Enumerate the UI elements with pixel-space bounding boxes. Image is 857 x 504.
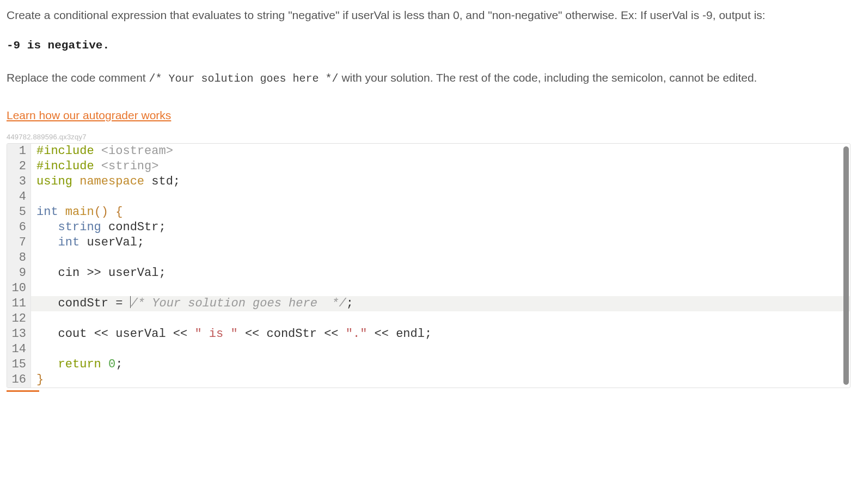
code-token: << [94,327,116,341]
line-number: 4 [7,189,31,205]
code-token: <string> [101,159,159,173]
line-number: 12 [7,311,31,327]
code-token: std [151,175,173,188]
line-number: 5 [7,205,31,220]
code-line[interactable]: 8 [7,250,850,266]
code-cell[interactable]: } [31,372,850,388]
code-cell[interactable] [31,311,850,327]
code-token: ; [137,236,144,249]
code-token [36,358,58,371]
code-token: condStr [58,297,116,310]
code-token: << [173,327,195,341]
session-id: 449782.889596.qx3zqy7 [7,132,850,143]
code-token: ; [158,220,166,234]
code-line[interactable]: 6 string condStr; [7,220,850,235]
code-token: "." [346,327,368,341]
code-token: string [58,220,108,234]
code-token: ; [425,327,432,341]
code-token: int [36,205,65,219]
code-cell[interactable]: using namespace std; [31,174,850,189]
code-token: /* Your solution goes here */ [131,297,346,310]
code-line[interactable]: 7 int userVal; [7,235,850,250]
code-line[interactable]: 14 [7,342,850,357]
code-token: cin [58,266,87,280]
line-number: 1 [7,144,31,159]
line-number: 14 [7,342,31,357]
line-number: 9 [7,266,31,281]
line-number: 7 [7,235,31,250]
code-line[interactable]: 16} [7,372,850,388]
line-number: 6 [7,220,31,235]
bottom-accent-bar [7,390,39,392]
code-editor[interactable]: 1#include <iostream>2#include <string>3u… [7,143,850,388]
code-token: userVal [108,266,158,280]
code-token: 0 [108,358,115,371]
code-cell[interactable] [31,342,850,357]
scrollbar-thumb[interactable] [843,146,849,385]
code-token: } [36,373,44,386]
code-cell[interactable] [31,250,850,266]
code-token: main [65,205,94,219]
code-line[interactable]: 15 return 0; [7,357,850,372]
code-line[interactable]: 12 [7,311,850,327]
code-token: ; [158,266,166,280]
code-line[interactable]: 10 [7,281,850,296]
code-token: namespace [79,175,151,188]
code-cell[interactable]: cin >> userVal; [31,266,850,281]
code-token: int [58,236,87,249]
autograder-link-wrap: Learn how our autograder works [7,107,850,124]
code-token [36,236,58,249]
code-cell[interactable]: condStr = /* Your solution goes here */; [31,296,850,311]
code-cell[interactable]: int userVal; [31,235,850,250]
code-token [36,327,58,341]
code-cell[interactable]: return 0; [31,357,850,372]
code-line[interactable]: 13 cout << userVal << " is " << condStr … [7,327,850,342]
code-token [36,297,58,310]
code-token: condStr [108,220,158,234]
code-token: << [245,327,267,341]
code-token: " is " [194,327,237,341]
code-token: return [58,358,108,371]
code-cell[interactable] [31,189,850,205]
prompt-paragraph-2: Replace the code comment /* Your solutio… [7,69,850,87]
code-token [108,205,115,219]
code-token: << [324,327,346,341]
code-token: #include [36,144,101,158]
code-token [238,327,245,341]
code-cell[interactable]: int main() { [31,205,850,220]
code-cell[interactable]: cout << userVal << " is " << condStr << … [31,327,850,342]
code-token: { [115,205,123,219]
code-cell[interactable]: string condStr; [31,220,850,235]
code-token [367,327,374,341]
code-token [36,220,58,234]
prompt-p2-a: Replace the code comment [7,71,149,84]
code-token: endl [396,327,425,341]
line-number: 3 [7,174,31,189]
code-token: ; [115,358,123,371]
code-line[interactable]: 9 cin >> userVal; [7,266,850,281]
code-token: ; [173,175,180,188]
prompt-block: Create a conditional expression that eva… [7,7,850,87]
code-token: << [375,327,396,341]
prompt-inline-code: /* Your solution goes here */ [149,72,338,85]
autograder-link[interactable]: Learn how our autograder works [7,109,171,121]
code-cell[interactable] [31,281,850,296]
code-line[interactable]: 3using namespace std; [7,174,850,189]
code-line[interactable]: 4 [7,189,850,205]
code-line[interactable]: 1#include <iostream> [7,144,850,159]
code-cell[interactable]: #include <string> [31,159,850,174]
line-number: 10 [7,281,31,296]
code-line[interactable]: 11 condStr = /* Your solution goes here … [7,296,850,311]
line-number: 11 [7,296,31,311]
line-number: 8 [7,250,31,266]
code-cell[interactable]: #include <iostream> [31,144,850,159]
code-token: cout [58,327,94,341]
code-token: #include [36,159,101,173]
code-line[interactable]: 5int main() { [7,205,850,220]
code-line[interactable]: 2#include <string> [7,159,850,174]
sample-output: -9 is negative. [7,37,850,54]
line-number: 2 [7,159,31,174]
code-token [36,266,58,280]
line-number: 15 [7,357,31,372]
line-number: 13 [7,327,31,342]
